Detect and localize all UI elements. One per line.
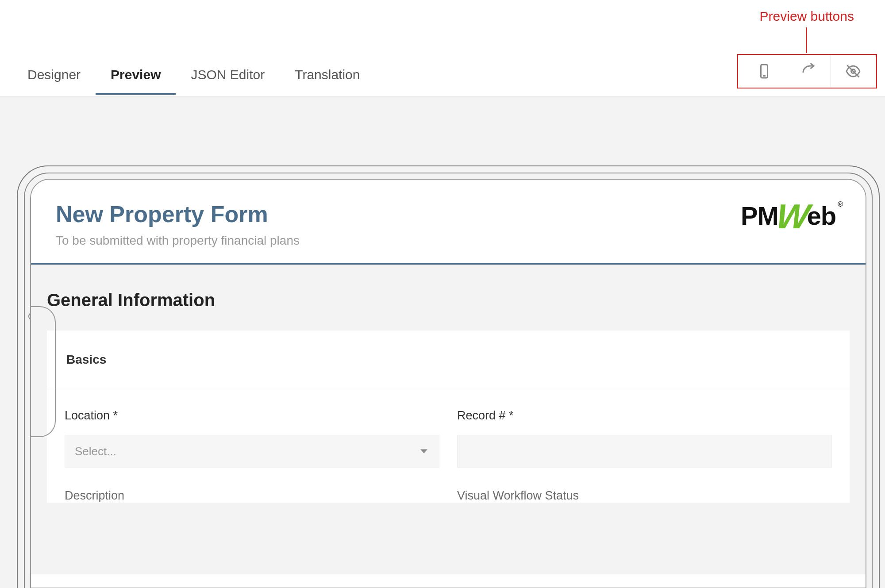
panel-header: Basics <box>47 331 850 389</box>
record-number-input[interactable] <box>457 435 832 468</box>
device-frame-mid: New Property Form To be submitted with p… <box>24 173 873 588</box>
tab-label: Preview <box>111 67 161 82</box>
device-notch <box>30 306 56 437</box>
tab-translation[interactable]: Translation <box>280 67 375 95</box>
tab-preview[interactable]: Preview <box>96 67 176 95</box>
panel-row-cutoff: Description Visual Workflow Status <box>47 478 850 503</box>
chevron-down-icon <box>420 450 427 453</box>
device-screen: New Property Form To be submitted with p… <box>30 179 866 588</box>
toggle-visibility-button[interactable] <box>831 55 875 88</box>
basics-panel: Basics Location * Select... Record # * <box>47 331 850 503</box>
orientation-button[interactable] <box>786 55 831 88</box>
form-header: New Property Form To be submitted with p… <box>31 180 866 265</box>
section-title: General Information <box>47 290 850 310</box>
field-label: Location * <box>65 409 439 423</box>
form-title: New Property Form <box>56 201 300 227</box>
annotation-text: Preview buttons <box>760 9 854 23</box>
tab-designer[interactable]: Designer <box>12 67 96 95</box>
form-header-text: New Property Form To be submitted with p… <box>56 201 300 248</box>
form-body: General Information Basics Location * Se… <box>31 265 866 574</box>
field-location: Location * Select... <box>65 409 439 468</box>
field-label-description: Description <box>65 489 439 503</box>
pmweb-logo: PMWeb® <box>741 201 841 231</box>
logo-registered: ® <box>838 200 843 208</box>
annotation-callout: Preview buttons <box>760 9 854 54</box>
logo-accent: W <box>775 203 811 230</box>
form-subtitle: To be submitted with property financial … <box>56 234 300 248</box>
logo-prefix: PM <box>741 201 778 231</box>
device-switch-button[interactable] <box>742 55 786 88</box>
tab-label: Translation <box>295 67 360 82</box>
preview-canvas: New Property Form To be submitted with p… <box>0 96 885 588</box>
annotation-leader-line <box>806 27 807 54</box>
phone-icon <box>756 63 772 79</box>
device-frame: New Property Form To be submitted with p… <box>17 165 880 588</box>
field-label-workflow-status: Visual Workflow Status <box>457 489 832 503</box>
field-label: Record # * <box>457 409 832 423</box>
tab-json-editor[interactable]: JSON Editor <box>176 67 280 95</box>
logo-suffix: eb <box>807 201 836 231</box>
preview-toolbar <box>742 55 875 88</box>
panel-body: Location * Select... Record # * <box>47 389 850 478</box>
eye-off-icon <box>845 63 861 79</box>
select-placeholder: Select... <box>75 445 116 458</box>
tab-label: Designer <box>27 67 81 82</box>
tab-label: JSON Editor <box>191 67 265 82</box>
rotate-arrow-icon <box>800 63 816 79</box>
location-select[interactable]: Select... <box>65 435 439 468</box>
field-record-number: Record # * <box>457 409 832 468</box>
